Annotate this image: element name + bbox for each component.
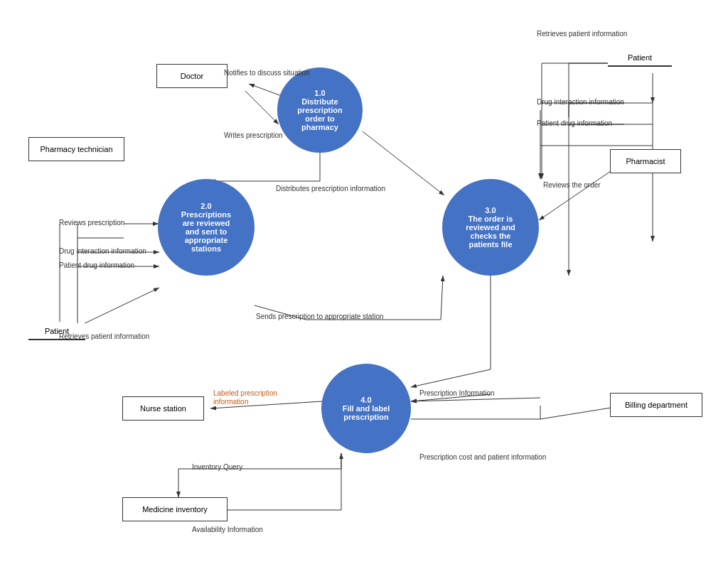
label-notifies-doctor: Notifies to discuss situation (224, 69, 310, 77)
label-availability-info: Availability Information (192, 526, 263, 533)
label-patient-drug-left: Patient drug information (59, 261, 134, 269)
node-medicine-inventory: Medicine inventory (122, 497, 228, 521)
circle-1: 1.0 Distribute prescription order to pha… (277, 67, 363, 153)
node-doctor: Doctor (156, 64, 228, 88)
node-pharmacist: Pharmacist (610, 149, 681, 173)
diagram: 1.0 Distribute prescription order to pha… (0, 0, 728, 564)
circle-3: 3.0 The order is reviewed and checks the… (442, 179, 539, 276)
label-labeled-presc2: information (213, 398, 248, 406)
label-reviews-prescription: Reviews prescription (59, 219, 124, 227)
svg-line-11 (245, 91, 279, 124)
svg-line-25 (441, 276, 443, 320)
circle-2: 2.0 Prescriptions are reviewed and sent … (158, 179, 255, 276)
node-pharmacy-tech: Pharmacy technician (28, 137, 124, 161)
label-reviews-order: Reviews the order (543, 181, 601, 189)
label-inventory-query: Inventory Query (192, 463, 242, 471)
label-writes-prescription: Writes prescription (224, 131, 283, 139)
label-drug-interaction-left: Drug interaction information (59, 247, 146, 255)
svg-line-20 (77, 288, 159, 327)
label-labeled-presc: Labeled prescription (213, 389, 277, 397)
label-drug-interaction-right: Drug interaction information (537, 98, 624, 106)
node-nurse-station: Nurse station (122, 396, 204, 421)
label-retrieves-patient-left: Retrieves patient information (59, 332, 149, 340)
label-retrieves-patient-right: Retrieves patient information (537, 30, 627, 38)
label-sends-to-station: Sends prescription to appropriate statio… (256, 313, 384, 320)
arrows-svg (0, 0, 728, 564)
label-distributes-presc: Distributes prescription information (276, 185, 385, 192)
node-billing-dept: Billing department (610, 393, 702, 417)
circle-4: 4.0 Fill and label prescription (321, 364, 411, 453)
label-prescription-info: Prescription Information (419, 389, 495, 397)
label-patient-drug-right: Patient drug information (537, 119, 612, 127)
node-patient-right: Patient (608, 50, 672, 67)
label-presc-cost: Prescription cost and patient informatio… (419, 453, 546, 461)
svg-line-27 (411, 369, 491, 387)
svg-line-30 (411, 398, 540, 401)
